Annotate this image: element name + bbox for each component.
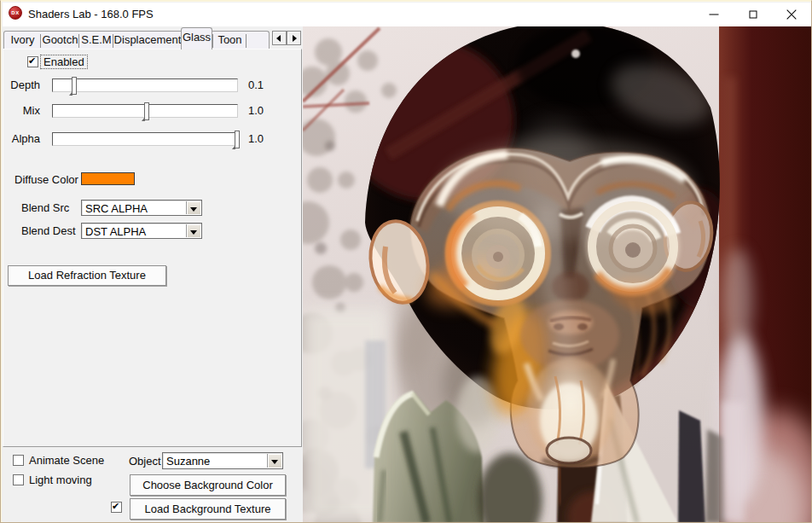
arrow-right-icon	[293, 35, 297, 42]
render-viewport[interactable]	[303, 26, 812, 523]
object-dropdown-icon[interactable]	[267, 454, 281, 468]
tab-strip-filler	[246, 32, 269, 49]
close-button[interactable]	[772, 3, 810, 26]
mix-slider-thumb[interactable]	[144, 102, 149, 120]
alpha-slider-track[interactable]	[52, 132, 238, 146]
blend-dest-label: Blend Dest	[21, 224, 76, 238]
load-background-texture-button[interactable]: Load Background Texture	[130, 498, 286, 520]
scene-hat-specular	[571, 49, 580, 58]
tab-toon[interactable]: Toon	[213, 32, 246, 49]
maximize-button[interactable]	[734, 3, 772, 26]
light-moving-label: Light moving	[29, 474, 92, 487]
title-bar[interactable]: DX Shaders Lab - 168.0 FPS	[3, 3, 811, 26]
light-moving-checkbox[interactable]	[13, 474, 24, 485]
object-combo[interactable]: Suzanne	[162, 452, 283, 469]
animate-scene-label: Animate Scene	[29, 454, 104, 468]
suzanne-nostril-right	[577, 323, 588, 330]
depth-label: Depth	[1, 78, 40, 92]
alpha-label: Alpha	[1, 132, 40, 146]
enabled-label[interactable]: Enabled	[40, 55, 88, 69]
close-icon	[786, 9, 797, 20]
tab-ivory[interactable]: Ivory	[4, 32, 41, 49]
blend-dest-dropdown-icon[interactable]	[186, 224, 200, 237]
blend-src-value: SRC ALPHA	[85, 201, 148, 214]
load-refraction-texture-button[interactable]: Load Refraction Texture	[8, 265, 166, 286]
alpha-value: 1.0	[248, 132, 264, 146]
tab-displacement[interactable]: Displacement	[113, 32, 182, 49]
minimize-button[interactable]	[694, 3, 733, 26]
depth-value: 0.1	[248, 78, 264, 92]
tab-scroll-right-button[interactable]	[287, 31, 301, 45]
mix-label: Mix	[1, 104, 40, 118]
tab-sem[interactable]: S.E.M	[79, 32, 113, 49]
load-background-texture-checkbox[interactable]	[111, 502, 122, 513]
depth-slider-thumb[interactable]	[72, 77, 77, 95]
blend-src-label: Blend Src	[21, 201, 69, 215]
tab-scroll-left-button[interactable]	[272, 31, 287, 45]
blend-src-dropdown-icon[interactable]	[186, 201, 200, 214]
animate-scene-checkbox[interactable]	[13, 455, 24, 466]
object-value: Suzanne	[166, 455, 210, 468]
blend-src-combo[interactable]: SRC ALPHA	[81, 200, 202, 216]
app-icon: DX	[9, 6, 22, 20]
suzanne-chin	[547, 438, 591, 463]
alpha-slider-thumb[interactable]	[235, 131, 240, 148]
minimize-icon	[709, 15, 718, 15]
depth-slider-track[interactable]	[52, 78, 238, 92]
blend-dest-value: DST ALPHA	[85, 224, 146, 237]
mix-value: 1.0	[248, 104, 264, 118]
maximize-icon	[749, 11, 757, 19]
blend-dest-combo[interactable]: DST ALPHA	[81, 223, 202, 239]
arrow-left-icon	[276, 35, 281, 42]
app-window: DX Shaders Lab - 168.0 FPS Ivory Gootch …	[0, 0, 812, 523]
window-title: Shaders Lab - 168.0 FPS	[28, 8, 154, 20]
tab-gootch[interactable]: Gootch	[41, 32, 79, 49]
diffuse-color-swatch[interactable]	[81, 172, 135, 185]
scene-3d-render	[303, 26, 812, 523]
tab-strip: Ivory Gootch S.E.M Displacement Toon	[3, 31, 270, 49]
diffuse-color-label: Diffuse Color	[14, 173, 78, 187]
choose-background-color-button[interactable]: Choose Background Color	[130, 474, 286, 496]
object-label: Object	[129, 455, 161, 468]
enabled-checkbox[interactable]	[27, 56, 38, 67]
tab-glass[interactable]: Glass	[181, 27, 212, 49]
